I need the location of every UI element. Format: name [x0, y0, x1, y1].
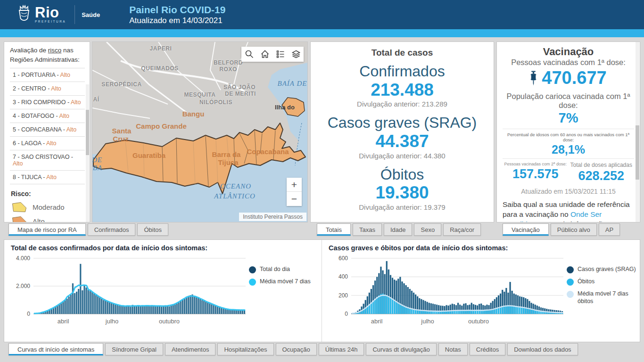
covid-dashboard: Rio PREFEITURA Saúde Painel Rio COVID-19… — [0, 0, 644, 362]
chart-legend-item: Média móvel 7 dias — [249, 278, 319, 286]
risk-swatch-icon — [12, 216, 27, 223]
region-list-item[interactable]: 7 - SAO CRISTOVAO - Alto — [10, 150, 85, 171]
region-risk-level: Alto — [59, 113, 69, 119]
confirmed-chart-title: Total de casos confirmados por data de i… — [11, 244, 322, 252]
region-name: 5 - COPACABANA - — [13, 126, 66, 133]
svg-text:abril: abril — [58, 318, 69, 325]
region-name: 1 - PORTUARIA - — [13, 72, 60, 78]
confirmed-chart-legend: Total do diaMédia móvel 7 dias — [249, 254, 319, 333]
svg-text:abril: abril — [371, 318, 383, 325]
tab-totais[interactable]: Totais — [317, 223, 351, 236]
page-title: Painel Rio COVID-19 — [129, 4, 225, 16]
tab-ultimas-24h[interactable]: Últimas 24h — [319, 343, 364, 355]
tab-ocupacao[interactable]: Ocupação — [276, 343, 317, 355]
tab-idade[interactable]: Idade — [384, 223, 413, 236]
tab-sindrome-gripal[interactable]: Síndrome Gripal — [105, 343, 163, 355]
severe-deaths-chart: 0200400600abriljulhooutubro — [329, 254, 567, 333]
svg-text:0: 0 — [27, 311, 30, 317]
region-list-item[interactable]: 6 - LAGOA - Alto — [10, 137, 85, 150]
dose1-value: 470.677 — [542, 68, 606, 88]
cases-tab-group: TotaisTaxasIdadeSexoRaça/cor — [317, 223, 483, 236]
map-zoom-control: + − — [287, 178, 302, 206]
tab-notas[interactable]: Notas — [438, 343, 468, 355]
scrollbar-thumb[interactable] — [86, 110, 89, 155]
tab-mapa-de-risco-por-ra[interactable]: Mapa de risco por RA — [8, 223, 86, 236]
confirmed-previous: Divulgação anterior: 213.289 — [311, 100, 494, 108]
region-list-item[interactable]: 5 - COPACABANA - Alto — [10, 123, 85, 137]
zoom-out-button[interactable]: − — [287, 192, 302, 206]
region-risk-level: Alto — [51, 85, 61, 92]
region-list-item[interactable]: 1 - PORTUARIA - Alto — [10, 68, 85, 82]
home-icon[interactable] — [257, 47, 272, 62]
population-value: 7% — [503, 110, 634, 126]
vaccination-title: Vacinação — [503, 46, 634, 58]
scrollbar-thumb[interactable] — [636, 125, 639, 180]
tab-hospitalizacoes[interactable]: Hospitalizações — [217, 343, 273, 355]
region-name: 4 - BOTAFOGO - — [13, 113, 59, 119]
svg-text:2.000: 2.000 — [16, 283, 30, 289]
risk-title-risco-link[interactable]: risco — [48, 47, 62, 54]
tab-confirmados[interactable]: Confirmados — [88, 223, 136, 236]
elderly-value: 28,1% — [503, 143, 634, 156]
tab-vacinacao[interactable]: Vacinação — [503, 223, 549, 236]
deaths-heading: Óbitos — [311, 166, 494, 183]
page-subtitle: Atualizado em 14/03/2021 — [129, 16, 225, 25]
region-risk-level: Alto — [71, 99, 81, 106]
deaths-previous: Divulgação anterior: 19.379 — [311, 203, 494, 211]
legend-label: Total do dia — [260, 266, 290, 273]
legend-label: Média móvel 7 dias óbitos — [578, 290, 636, 305]
map-attribution: Instituto Pereira Passos — [239, 213, 306, 221]
dose1-label: Pessoas vacinadas com 1ª dose: — [503, 58, 634, 67]
risk-panel-title: Avaliação de risco nas Regiões Administr… — [10, 46, 85, 65]
zoom-in-button[interactable]: + — [287, 178, 302, 192]
map-canvas[interactable] — [92, 42, 307, 222]
vaccination-panel: Vacinação Pessoas vacinadas com 1ª dose:… — [496, 41, 640, 222]
tab-creditos[interactable]: Créditos — [470, 343, 505, 355]
rio-prefeitura-logo: Rio PREFEITURA Saúde — [17, 5, 100, 25]
vaccination-tab-group: VacinaçãoPúblico alvoAP — [503, 223, 622, 236]
severe-chart-legend: Casos graves (SRAG)ÓbitosMédia móvel 7 d… — [567, 254, 636, 333]
legend-label: Casos graves (SRAG) — [578, 266, 636, 273]
region-name: 7 - SAO CRISTOVAO - — [13, 154, 73, 160]
tab-atendimentos[interactable]: Atendimentos — [165, 343, 216, 355]
population-label: População carioca vacinada com 1ª dose: — [503, 92, 634, 110]
total-doses-value: 628.252 — [569, 168, 635, 183]
tab-raca-cor[interactable]: Raça/cor — [443, 223, 481, 236]
layers-icon[interactable] — [288, 47, 304, 62]
svg-text:400: 400 — [339, 273, 348, 280]
chart-legend-item: Total do dia — [249, 266, 319, 273]
tab-publico-alvo[interactable]: Público alvo — [551, 223, 597, 236]
chart-legend-item: Óbitos — [567, 278, 636, 286]
region-list-item[interactable]: 3 - RIO COMPRIDO - Alto — [10, 96, 85, 109]
tab-taxas[interactable]: Taxas — [353, 223, 382, 236]
risk-assessment-panel: Avaliação de risco nas Regiões Administr… — [4, 41, 90, 222]
region-risk-level: Alto — [66, 126, 77, 133]
risk-swatch-icon — [12, 202, 27, 213]
vaccination-scrollbar[interactable] — [636, 42, 639, 222]
logo-secretary: Saúde — [82, 11, 100, 18]
confirmed-value: 213.488 — [311, 80, 494, 100]
legend-icon[interactable] — [272, 47, 288, 62]
tab-sexo[interactable]: Sexo — [414, 223, 441, 236]
risk-legend-item: Alto — [10, 214, 85, 223]
region-list-item[interactable]: 8 - TIJUCA - Alto — [10, 171, 85, 184]
logo-subtext: PREFEITURA — [35, 20, 66, 23]
risk-legend-title: Risco: — [11, 190, 85, 197]
tab-curvas-dt-inicio-de-sintomas[interactable]: Curvas dt início de sintomas — [8, 343, 103, 355]
region-name: 8 - TIJUCA - — [13, 174, 46, 181]
region-list-item[interactable]: 4 - BOTAFOGO - Alto — [10, 109, 85, 123]
risk-map[interactable]: JAPERIQUEIMADOSBELFORDROXOSEROPÉDICAMESQ… — [92, 41, 308, 222]
tab-ap[interactable]: AP — [599, 223, 620, 236]
search-icon[interactable] — [241, 47, 257, 62]
tab-curvas-dt-divulgacao[interactable]: Curvas dt divulgação — [366, 343, 436, 355]
info-text: Saiba qual a sua unidade de referência p… — [503, 200, 630, 218]
risk-title-prefix: Avaliação de — [10, 47, 48, 54]
tab-obitos[interactable]: Óbitos — [137, 223, 168, 236]
region-list-item[interactable]: 2 - CENTRO - Alto — [10, 82, 85, 96]
legend-dot-icon — [249, 279, 256, 286]
deaths-value: 19.380 — [311, 183, 494, 203]
region-risk-level: Alto — [13, 160, 23, 167]
legend-dot-icon — [567, 266, 574, 273]
risk-panel-scrollbar[interactable] — [86, 84, 89, 222]
tab-download-dos-dados[interactable]: Download dos dados — [507, 343, 578, 355]
